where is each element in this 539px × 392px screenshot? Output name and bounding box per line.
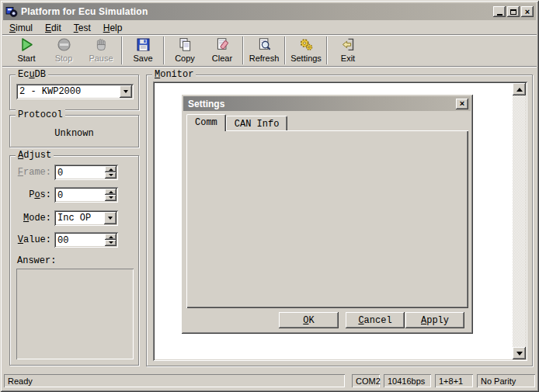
clear-eraser-icon [214, 36, 231, 53]
pause-hand-icon [93, 36, 110, 53]
dialog-title-bar[interactable]: Settings × [183, 96, 471, 111]
start-play-icon [19, 36, 35, 53]
scroll-up-button[interactable] [513, 83, 526, 95]
frame-spin-down-button[interactable] [105, 172, 116, 179]
ecudb-combobox[interactable]: 2 - KWP2000 [16, 84, 134, 99]
value-spin-up-button[interactable] [105, 234, 116, 240]
toolbar-separator [284, 36, 286, 64]
settings-gears-icon [298, 36, 315, 53]
value-spinner[interactable] [54, 232, 118, 248]
dialog-close-button[interactable]: × [456, 99, 468, 109]
spin-up-icon [109, 166, 113, 171]
mode-value: Inc OP [57, 213, 104, 224]
apply-button[interactable]: Apply [405, 312, 464, 328]
ecudb-dropdown-button[interactable] [120, 85, 132, 98]
value-label: Value: [15, 234, 54, 245]
tab-can-info[interactable]: CAN Info [226, 116, 288, 130]
protocol-value: Unknown [10, 128, 138, 139]
value-input[interactable] [54, 232, 105, 248]
pos-spin-down-button[interactable] [105, 195, 116, 201]
maximize-icon [510, 9, 516, 15]
frame-spinner[interactable] [54, 165, 118, 180]
value-spin-down-button[interactable] [105, 240, 116, 246]
spin-down-icon [109, 196, 113, 201]
ecudb-value: 2 - KWP2000 [19, 86, 120, 97]
frame-input[interactable] [54, 165, 105, 180]
ok-button[interactable]: OK [279, 312, 339, 328]
save-floppy-icon [135, 36, 151, 53]
chevron-down-icon [108, 217, 113, 222]
exit-button[interactable]: Exit [329, 36, 367, 65]
status-com-port: COM2 [352, 374, 380, 387]
frame-spin-up-button[interactable] [105, 166, 116, 172]
mode-combobox[interactable]: Inc OP [54, 210, 118, 226]
close-button[interactable]: × [521, 6, 534, 17]
maximize-button[interactable] [507, 6, 520, 17]
minimize-icon [497, 14, 502, 16]
start-button[interactable]: Start [8, 36, 45, 65]
settings-dialog: Settings × Comm CAN Info COMPort: COM1 B… [181, 94, 473, 334]
menu-edit[interactable]: Edit [39, 22, 68, 34]
pos-label: Pos: [15, 189, 54, 200]
spin-up-icon [109, 189, 113, 193]
app-icon [5, 5, 18, 18]
dialog-tabs: Comm CAN Info [186, 114, 287, 131]
monitor-vertical-scrollbar[interactable] [513, 83, 526, 359]
menu-help[interactable]: Help [97, 22, 129, 34]
pos-spinner[interactable] [54, 187, 118, 203]
refresh-button[interactable]: Refresh [245, 36, 283, 65]
mode-label: Mode: [15, 213, 54, 224]
dialog-title: Settings [188, 99, 456, 109]
status-bar: Ready COM2 10416bps 1+8+1 No Parity [2, 371, 537, 390]
toolbar-separator [326, 36, 328, 64]
title-bar[interactable]: Platform for Ecu Simulation × [3, 3, 536, 20]
toolbar-separator [121, 36, 123, 64]
menu-simul[interactable]: Simul [3, 22, 39, 34]
settings-button[interactable]: Settings [287, 36, 325, 65]
spin-up-icon [109, 234, 113, 238]
answer-label: Answer: [17, 255, 56, 266]
spin-down-icon [109, 241, 113, 246]
exit-door-icon [340, 36, 356, 53]
scroll-down-icon [516, 352, 523, 359]
pos-input[interactable] [54, 187, 105, 203]
stop-button: Stop [45, 36, 82, 65]
ecudb-legend: EcuDB [16, 69, 48, 80]
app-window: Platform for Ecu Simulation × Simul Edit… [0, 0, 539, 392]
scroll-up-icon [516, 85, 523, 92]
close-icon: × [525, 8, 530, 16]
save-button[interactable]: Save [124, 36, 162, 65]
minimize-button[interactable] [493, 6, 506, 17]
adjust-group: Adjust Frame: Pos: Mode: Inc OP Value: [9, 155, 139, 366]
tab-comm[interactable]: Comm [186, 114, 226, 131]
answer-box [16, 269, 134, 359]
menu-bar: Simul Edit Test Help [3, 21, 536, 34]
monitor-legend: Monitor [152, 69, 196, 80]
copy-button[interactable]: Copy [166, 36, 203, 65]
comm-tab-page [186, 130, 468, 308]
close-icon: × [460, 99, 464, 108]
toolbar: Start Stop Pause Save Copy Clear Refresh [2, 34, 537, 67]
cancel-button[interactable]: Cancel [346, 312, 405, 328]
adjust-legend: Adjust [16, 150, 54, 161]
status-baud-rate: 10416bps [384, 374, 431, 387]
toolbar-separator [242, 36, 244, 64]
toolbar-separator [163, 36, 165, 64]
chevron-down-icon [123, 90, 128, 95]
refresh-magnifier-icon [256, 36, 273, 53]
status-frame-format: 1+8+1 [435, 374, 473, 387]
mode-dropdown-button[interactable] [104, 212, 116, 224]
spin-down-icon [109, 174, 113, 179]
pause-button: Pause [82, 36, 120, 65]
status-parity: No Parity [477, 374, 535, 387]
scroll-down-button[interactable] [513, 347, 526, 359]
clear-button[interactable]: Clear [203, 36, 241, 65]
window-title: Platform for Ecu Simulation [21, 6, 490, 17]
frame-label: Frame: [15, 167, 54, 178]
copy-pages-icon [177, 36, 193, 53]
pos-spin-up-button[interactable] [105, 189, 116, 195]
status-message: Ready [4, 374, 345, 387]
menu-test[interactable]: Test [68, 22, 97, 34]
ecudb-group: EcuDB 2 - KWP2000 [9, 75, 139, 110]
stop-sign-icon [56, 36, 72, 53]
